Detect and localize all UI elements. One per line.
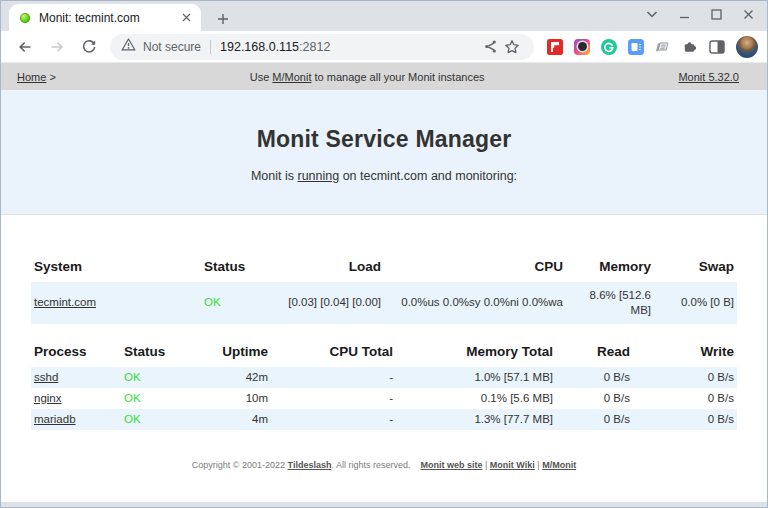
window-bottom-edge	[1, 502, 767, 507]
system-memory: 8.6% [512.6 MB]	[566, 282, 654, 324]
system-cpu: 0.0%us 0.0%sy 0.0%ni 0.0%wa	[384, 282, 566, 324]
tildeslash-link[interactable]: Tildeslash	[288, 460, 332, 470]
mmonit-footer-link[interactable]: M/Monit	[542, 460, 576, 470]
table-row: mariadb OK 4m - 1.3% [77.7 MB] 0 B/s 0 B…	[31, 409, 737, 430]
process-write: 0 B/s	[633, 388, 737, 409]
col-header-load: Load	[256, 259, 384, 282]
bookmark-star-icon[interactable]	[501, 36, 523, 58]
system-load: [0.03] [0.04] [0.00]	[256, 282, 384, 324]
process-write: 0 B/s	[633, 367, 737, 388]
window-controls	[645, 1, 755, 27]
process-link-nginx[interactable]: nginx	[34, 392, 62, 404]
not-secure-warning-icon[interactable]	[121, 37, 136, 56]
process-link-sshd[interactable]: sshd	[34, 371, 58, 383]
monit-content: System Status Load CPU Memory Swap tecmi…	[1, 215, 767, 502]
grammarly-extension-icon[interactable]	[601, 39, 617, 55]
process-link-mariadb[interactable]: mariadb	[34, 413, 76, 425]
url-host[interactable]: 192.168.0.115	[220, 40, 299, 54]
url-port[interactable]: :2812	[299, 40, 330, 54]
process-status: OK	[121, 388, 216, 409]
monit-favicon-icon	[20, 13, 30, 23]
col-header-write: Write	[633, 344, 737, 367]
status-text-post: on tecmint.com and monitoring:	[339, 169, 517, 183]
extensions-area	[547, 36, 768, 58]
flipboard-extension-icon[interactable]	[547, 39, 563, 55]
chevron-down-icon[interactable]	[645, 7, 659, 21]
col-header-read: Read	[556, 344, 633, 367]
col-header-process: Process	[31, 344, 121, 367]
browser-tab[interactable]: Monit: tecmint.com	[9, 4, 201, 31]
breadcrumb-separator: >	[46, 71, 55, 83]
process-uptime: 42m	[216, 367, 271, 388]
maximize-button[interactable]	[709, 7, 723, 21]
process-uptime: 4m	[216, 409, 271, 430]
tab-close-icon[interactable]	[178, 10, 194, 26]
col-header-cpu: CPU	[384, 259, 566, 282]
copyright-text-post: . All rights reserved.	[331, 460, 410, 470]
system-swap: 0.0% [0 B]	[654, 282, 737, 324]
page-title: Monit Service Manager	[1, 90, 767, 153]
home-link[interactable]: Home	[17, 71, 46, 83]
new-tab-button[interactable]	[210, 6, 236, 32]
process-status: OK	[121, 367, 216, 388]
monit-hero: Monit Service Manager Monit is running o…	[1, 90, 767, 215]
status-text-pre: Monit is	[251, 169, 298, 183]
page-footer: Copyright © 2001-2022 Tildeslash. All ri…	[31, 460, 737, 470]
system-table: System Status Load CPU Memory Swap tecmi…	[31, 259, 737, 324]
process-read: 0 B/s	[556, 367, 633, 388]
omnibox-divider	[210, 40, 211, 54]
monit-status-line: Monit is running on tecmint.com and moni…	[1, 169, 767, 183]
monit-wiki-link[interactable]: Monit Wiki	[490, 460, 535, 470]
browser-window: Monit: tecmint.com	[0, 0, 768, 508]
footer-separator: |	[485, 460, 487, 470]
col-header-memory: Memory	[566, 259, 654, 282]
banner-text-pre: Use	[250, 71, 273, 83]
monit-navbar: Home > Use M/Monit to manage all your Mo…	[1, 63, 767, 90]
col-header-memory-total: Memory Total	[396, 344, 556, 367]
back-button[interactable]	[12, 34, 38, 60]
col-header-proc-status: Status	[121, 344, 216, 367]
tab-strip: Monit: tecmint.com	[1, 1, 767, 31]
footer-separator: |	[537, 460, 539, 470]
mmonit-banner: Use M/Monit to manage all your Monit ins…	[56, 71, 679, 83]
col-header-system: System	[31, 259, 201, 282]
process-memory-total: 0.1% [5.6 MB]	[396, 388, 556, 409]
forward-button[interactable]	[44, 34, 70, 60]
close-window-button[interactable]	[741, 7, 755, 21]
not-secure-label[interactable]: Not secure	[143, 40, 201, 54]
table-row: sshd OK 42m - 1.0% [57.1 MB] 0 B/s 0 B/s	[31, 367, 737, 388]
system-status: OK	[201, 282, 256, 324]
col-header-uptime: Uptime	[216, 344, 271, 367]
process-write: 0 B/s	[633, 409, 737, 430]
system-link-tecmint[interactable]: tecmint.com	[34, 296, 96, 308]
process-table: Process Status Uptime CPU Total Memory T…	[31, 344, 737, 430]
monit-website-link[interactable]: Monit web site	[420, 460, 482, 470]
mmonit-link[interactable]: M/Monit	[272, 71, 311, 83]
reload-button[interactable]	[76, 34, 102, 60]
process-cpu-total: -	[271, 388, 396, 409]
camera-extension-icon[interactable]	[574, 39, 590, 55]
minimize-button[interactable]	[677, 7, 691, 21]
share-icon[interactable]	[479, 36, 501, 58]
running-link[interactable]: running	[297, 169, 339, 183]
profile-avatar[interactable]	[736, 36, 758, 58]
tab-title: Monit: tecmint.com	[39, 11, 178, 25]
table-row: tecmint.com OK [0.03] [0.04] [0.00] 0.0%…	[31, 282, 737, 324]
process-cpu-total: -	[271, 409, 396, 430]
copyright-text: Copyright © 2001-2022	[192, 460, 288, 470]
process-header-row: Process Status Uptime CPU Total Memory T…	[31, 344, 737, 367]
newspaper-extension-icon[interactable]	[655, 39, 671, 55]
camera-lens	[578, 42, 587, 51]
process-cpu-total: -	[271, 367, 396, 388]
process-status: OK	[121, 409, 216, 430]
col-header-cpu-total: CPU Total	[271, 344, 396, 367]
browser-toolbar: Not secure 192.168.0.115 :2812	[1, 31, 767, 63]
monit-version-link[interactable]: Monit 5.32.0	[678, 71, 739, 83]
banner-text-post: to manage all your Monit instances	[311, 71, 484, 83]
address-bar[interactable]: Not secure 192.168.0.115 :2812	[110, 34, 534, 60]
system-header-row: System Status Load CPU Memory Swap	[31, 259, 737, 282]
extensions-puzzle-icon[interactable]	[682, 39, 698, 55]
blue-tag-extension-icon[interactable]	[628, 39, 644, 55]
side-panel-icon[interactable]	[709, 39, 725, 55]
process-uptime: 10m	[216, 388, 271, 409]
